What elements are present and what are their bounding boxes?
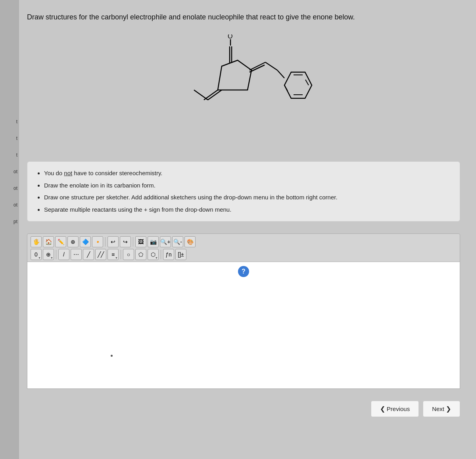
separator-4 — [121, 250, 121, 259]
separator-1 — [105, 237, 106, 247]
sidebar-label-3: t — [16, 152, 19, 158]
instruction-3: Draw one structure per sketcher. Add add… — [44, 193, 451, 202]
not-text: not — [64, 170, 72, 176]
svg-line-12 — [284, 85, 288, 91]
line-tool[interactable]: / — [58, 249, 69, 260]
image-tool[interactable]: 🖼 — [135, 236, 146, 247]
svg-text:O: O — [228, 34, 232, 40]
pencil-tool[interactable]: ✏️ — [55, 236, 66, 247]
toolbar-row-1: 🖐 🏠 ✏️ ⊕ 🔷 🔸 ↩ ↪ 🖼 📷 🔍+ 🔍- 🎨 — [31, 236, 457, 247]
bracket-tool[interactable]: []± — [175, 249, 186, 260]
separator-2 — [133, 237, 133, 247]
svg-marker-0 — [218, 60, 251, 90]
main-content: Draw structures for the carbonyl electro… — [19, 0, 476, 459]
sketcher-toolbar: 🖐 🏠 ✏️ ⊕ 🔷 🔸 ↩ ↪ 🖼 📷 🔍+ 🔍- 🎨 0 ⊕ — [27, 233, 460, 262]
nav-area: ❮ Previous Next ❯ — [27, 397, 460, 421]
instruction-4: Separate multiple reactants using the + … — [44, 205, 451, 214]
instruction-1: You do not have to consider stereochemis… — [44, 169, 451, 178]
sidebar-label-4: ot — [13, 169, 19, 174]
function-tool[interactable]: ƒn — [163, 249, 174, 260]
chevron-left-icon: ❮ — [380, 405, 385, 413]
molecule-svg: O — [160, 34, 327, 145]
plus-circle-btn[interactable]: ⊕ — [43, 249, 54, 260]
zoom-in-tool[interactable]: 🔍+ — [160, 236, 171, 247]
next-button[interactable]: Next ❯ — [423, 401, 460, 417]
chevron-right-icon: ❯ — [446, 405, 451, 413]
pentagon-tool[interactable]: ⬠ — [135, 249, 146, 260]
double-bond-tool[interactable]: ╱╱ — [95, 249, 106, 260]
toolbar-row-2: 0 ⊕ / ⋯ ╱ ╱╱ ≡ ○ ⬠ ⬡ ƒn []± — [31, 249, 457, 260]
single-bond-tool[interactable]: ╱ — [83, 249, 94, 260]
sketcher-canvas[interactable]: ? — [27, 262, 460, 389]
zero-btn[interactable]: 0 — [31, 249, 42, 260]
sidebar-label-2: t — [16, 136, 19, 141]
instructions-box: You do not have to consider stereochemis… — [27, 161, 460, 222]
structure-tool[interactable]: 🔷 — [80, 236, 91, 247]
structure2-tool[interactable]: 🔸 — [92, 236, 103, 247]
hand-tool[interactable]: 🖐 — [31, 236, 42, 247]
svg-line-16 — [204, 90, 218, 100]
separator-3 — [56, 250, 56, 259]
left-sidebar: t t t ot ot ot pt — [0, 0, 19, 459]
nav-buttons: ❮ Previous Next ❯ — [27, 397, 460, 417]
sidebar-label-1: t — [16, 119, 19, 124]
molecule-area: O — [27, 31, 460, 153]
previous-button[interactable]: ❮ Previous — [371, 401, 419, 417]
triple-bond-tool[interactable]: ≡ — [107, 249, 119, 260]
hexagon-tool[interactable]: ⬡ — [148, 249, 159, 260]
camera-tool[interactable]: 📷 — [148, 236, 159, 247]
globe-tool[interactable]: ⊕ — [67, 236, 79, 247]
instruction-2: Draw the enolate ion in its carbanion fo… — [44, 181, 451, 190]
redo-tool[interactable]: ↪ — [120, 236, 131, 247]
color-tool[interactable]: 🎨 — [184, 236, 196, 247]
sidebar-label-6: ot — [13, 202, 19, 208]
question-title: Draw structures for the carbonyl electro… — [27, 12, 460, 23]
svg-line-6 — [265, 62, 277, 70]
previous-label: Previous — [387, 405, 410, 412]
dotted-line-tool[interactable]: ⋯ — [71, 249, 82, 260]
undo-tool[interactable]: ↩ — [107, 236, 119, 247]
sketcher-section: 🖐 🏠 ✏️ ⊕ 🔷 🔸 ↩ ↪ 🖼 📷 🔍+ 🔍- 🎨 0 ⊕ — [27, 233, 460, 389]
help-button[interactable]: ? — [238, 266, 249, 277]
svg-line-10 — [305, 80, 309, 85]
next-label: Next — [432, 405, 444, 412]
svg-line-13 — [277, 70, 284, 78]
canvas-dot — [111, 355, 113, 357]
separator-5 — [161, 250, 161, 259]
circle-tool[interactable]: ○ — [123, 249, 134, 260]
zoom-out-tool[interactable]: 🔍- — [172, 236, 183, 247]
svg-line-14 — [208, 90, 222, 100]
sidebar-label-5: ot — [13, 186, 19, 191]
sidebar-label-7: pt — [13, 219, 19, 224]
eraser-tool[interactable]: 🏠 — [43, 236, 54, 247]
